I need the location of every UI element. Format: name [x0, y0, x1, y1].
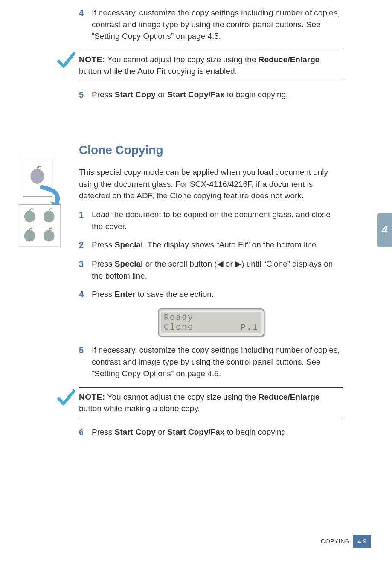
step-text: Press Special or the scroll button (◀ or… [92, 258, 343, 282]
step-text: Press Start Copy or Start Copy/Fax to be… [92, 426, 343, 439]
note-check-icon [57, 52, 75, 69]
note-box-autofit: NOTE: You cannot adjust the copy size us… [79, 50, 343, 81]
chapter-tab-number: 4 [382, 222, 388, 238]
step-number: 5 [79, 89, 92, 101]
svg-point-6 [24, 230, 35, 242]
content-column: 4 If necessary, customize the copy setti… [79, 0, 343, 443]
footer-label: COPYING [321, 537, 350, 546]
note-check-icon [57, 389, 75, 407]
step-number: 6 [79, 426, 92, 439]
clone-step-3: 3 Press Special or the scroll button (◀ … [79, 258, 343, 282]
clone-step-6: 6 Press Start Copy or Start Copy/Fax to … [79, 426, 343, 439]
clone-step-1: 1 Load the document to be copied on the … [79, 209, 343, 232]
footer-page-number: 4.9 [353, 535, 371, 548]
page-footer: COPYING 4.9 [321, 535, 371, 548]
clone-illustration [19, 158, 69, 253]
lcd-line-1: Ready [164, 313, 194, 322]
clone-step-2: 2 Press Special. The display shows “Auto… [79, 239, 343, 251]
step-text: Press Special. The display shows “Auto F… [92, 239, 343, 251]
clone-step-4: 4 Press Enter to save the selection. [79, 288, 343, 301]
step-number: 1 [79, 209, 92, 232]
step-text: If necessary, customize the copy setting… [92, 7, 343, 42]
lcd-display: Ready CloneP.1 [158, 308, 264, 337]
svg-rect-3 [19, 205, 61, 247]
step-text: If necessary, customize the copy setting… [92, 344, 343, 380]
chapter-tab: 4 [377, 213, 392, 247]
section-heading-clone-copying: Clone Copying [79, 142, 343, 159]
intro-paragraph: This special copy mode can be applied wh… [79, 166, 343, 202]
step-5-top: 5 Press Start Copy or Start Copy/Fax to … [79, 89, 343, 101]
step-number: 2 [79, 239, 92, 251]
svg-point-7 [44, 230, 55, 242]
step-text: Load the document to be copied on the do… [92, 209, 343, 232]
note-text: NOTE: You cannot adjust the copy size us… [79, 392, 319, 413]
step-text: Press Enter to save the selection. [92, 288, 343, 301]
step-number: 4 [79, 288, 92, 301]
step-4-top: 4 If necessary, customize the copy setti… [79, 7, 343, 42]
svg-point-5 [44, 211, 55, 223]
step-number: 3 [79, 258, 92, 282]
step-number: 5 [79, 344, 92, 380]
step-number: 4 [79, 7, 92, 42]
svg-point-4 [24, 211, 35, 223]
note-box-clone: NOTE: You cannot adjust the copy size us… [79, 387, 343, 418]
lcd-line-2-right: P.1 [241, 322, 258, 332]
note-text: NOTE: You cannot adjust the copy size us… [79, 55, 319, 76]
step-text: Press Start Copy or Start Copy/Fax to be… [92, 89, 343, 101]
lcd-line-2-left: Clone [164, 322, 194, 332]
svg-point-1 [31, 169, 44, 184]
lcd-inner: Ready CloneP.1 [161, 312, 261, 333]
clone-step-5: 5 If necessary, customize the copy setti… [79, 344, 343, 380]
